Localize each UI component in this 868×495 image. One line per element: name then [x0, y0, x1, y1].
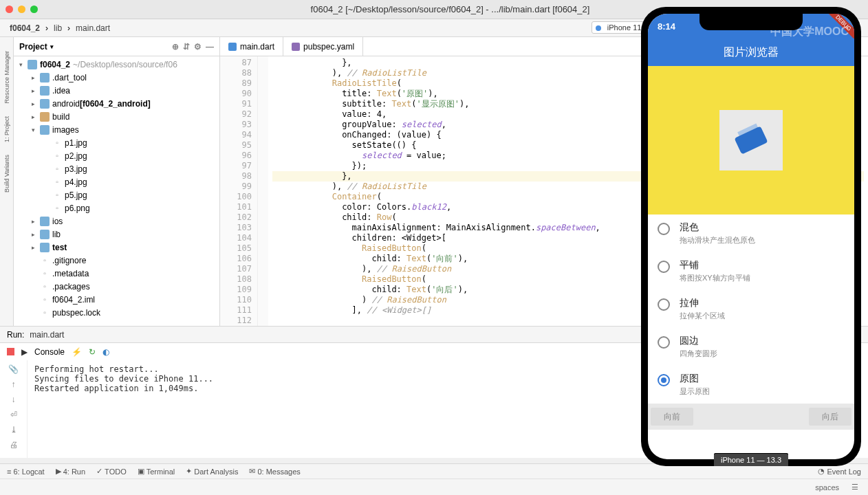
tree-item[interactable]: ▫.metadata — [14, 267, 219, 280]
editor-tab-main[interactable]: main.dart — [220, 37, 283, 56]
tree-item[interactable]: ▫p2.jpg — [14, 149, 219, 162]
close-icon[interactable] — [6, 6, 13, 13]
tree-item[interactable]: ▫.packages — [14, 280, 219, 293]
radio-icon[interactable] — [658, 298, 670, 311]
tab-messages[interactable]: ✉ 0: Messages — [249, 467, 300, 476]
tab-run[interactable]: ▶ 4: Run — [56, 467, 85, 476]
prev-button[interactable]: 向前 — [651, 408, 693, 426]
run-target[interactable]: main.dart — [30, 330, 64, 340]
tree-item[interactable]: ▸.dart_tool — [14, 71, 219, 84]
hide-icon[interactable]: — — [206, 42, 214, 52]
tab-logcat[interactable]: ≡ 6: Logcat — [7, 468, 45, 476]
tree-item[interactable]: ▫f0604_2.iml — [14, 293, 219, 306]
radio-list: 混色拖动滑块产生混色原色 平铺将图按XY轴方向平铺 拉伸拉伸某个区域 圆边四角变… — [648, 214, 854, 404]
gear-icon[interactable]: ⚙ — [194, 42, 202, 52]
project-panel: Project▾ ⊕ ⇵ ⚙ — ▾f0604_2~/Desktop/lesso… — [14, 37, 220, 326]
tree-item[interactable]: ▾images — [14, 123, 219, 136]
tree-root[interactable]: ▾f0604_2~/Desktop/lesson/source/f06 — [14, 58, 219, 71]
tree-item[interactable]: ▫p3.jpg — [14, 162, 219, 175]
phone-appbar: 图片浏览器 中国大学MOOC — [648, 38, 854, 66]
tree-item[interactable]: ▸ios — [14, 214, 219, 228]
tree-item[interactable]: ▫pubspec.lock — [14, 306, 219, 319]
run-label: Run: — [7, 330, 24, 340]
devtools-icon[interactable]: ◐ — [102, 347, 109, 357]
sidetab-project[interactable]: 1: Project — [3, 116, 10, 142]
simulator-label: iPhone 11 — 13.3 — [714, 454, 788, 466]
stop-button[interactable] — [7, 348, 14, 355]
tree-item[interactable]: ▸test — [14, 241, 219, 254]
collapse-icon[interactable]: ⇵ — [183, 42, 190, 52]
minimize-icon[interactable] — [18, 6, 25, 13]
hot-reload-icon[interactable]: ⚡ — [72, 347, 82, 357]
status-menu-icon[interactable]: ☰ — [851, 483, 858, 492]
next-button[interactable]: 向后 — [809, 408, 851, 426]
displayed-image — [719, 110, 783, 170]
tree-item[interactable]: ▫.gitignore — [14, 254, 219, 267]
tree-item[interactable]: ▫p4.jpg — [14, 175, 219, 188]
wrap-icon[interactable]: ⏎ — [10, 410, 17, 419]
breadcrumb-root[interactable]: f0604_2 — [7, 23, 43, 33]
radio-item[interactable]: 圆边四角变圆形 — [648, 328, 854, 366]
tree-item[interactable]: ▸build — [14, 110, 219, 123]
window-controls[interactable] — [6, 6, 38, 13]
down-icon[interactable]: ↓ — [12, 395, 16, 404]
print-icon[interactable]: 🖨 — [10, 440, 18, 450]
hot-restart-icon[interactable]: ↻ — [89, 347, 96, 357]
locate-icon[interactable]: ⊕ — [172, 42, 179, 52]
status-spaces[interactable]: spaces — [815, 483, 839, 492]
tree-item[interactable]: ▫p6.png — [14, 201, 219, 214]
console-tab[interactable]: Console — [34, 347, 65, 357]
tree-item[interactable]: ▫p1.jpg — [14, 136, 219, 149]
simulator-screen[interactable]: 8:14 图片浏览器 中国大学MOOC 混色拖动滑块产生混色原色 平铺将图按XY… — [648, 14, 854, 459]
tab-terminal[interactable]: ▣ Terminal — [138, 467, 175, 476]
tab-todo[interactable]: ✓ TODO — [96, 467, 127, 476]
zoom-icon[interactable] — [30, 6, 38, 13]
breadcrumb-folder[interactable]: lib — [51, 23, 65, 33]
breadcrumb-file[interactable]: main.dart — [73, 23, 113, 33]
rerun-button[interactable]: ▶ — [21, 347, 28, 357]
tab-dart-analysis[interactable]: ✦ Dart Analysis — [186, 467, 238, 476]
scroll-icon[interactable]: ⤓ — [10, 425, 17, 434]
status-bar: spaces ☰ — [0, 478, 868, 495]
sidetab-resource-manager[interactable]: Resource Manager — [3, 51, 10, 104]
image-viewer-area — [648, 66, 854, 214]
radio-item[interactable]: 原图显示原图 — [648, 366, 854, 404]
radio-icon[interactable] — [658, 374, 670, 386]
simulator-frame: 8:14 图片浏览器 中国大学MOOC 混色拖动滑块产生混色原色 平铺将图按XY… — [641, 7, 861, 466]
left-tool-strip: Resource Manager 1: Project Build Varian… — [0, 37, 14, 326]
project-tree[interactable]: ▾f0604_2~/Desktop/lesson/source/f06 ▸.da… — [14, 56, 219, 326]
tree-item[interactable]: ▸android [f0604_2_android] — [14, 97, 219, 110]
nav-button-row: 向前 向后 — [648, 404, 854, 430]
project-panel-header[interactable]: Project▾ ⊕ ⇵ ⚙ — — [14, 37, 219, 56]
radio-item[interactable]: 混色拖动滑块产生混色原色 — [648, 214, 854, 252]
radio-icon[interactable] — [658, 223, 670, 235]
radio-icon[interactable] — [658, 336, 670, 349]
tab-event-log[interactable]: ◔ Event Log — [818, 467, 861, 476]
radio-icon[interactable] — [658, 261, 670, 273]
line-gutter: 8788899091929394959697989910010110210310… — [220, 56, 258, 326]
editor-tab-pubspec[interactable]: pubspec.yaml — [283, 37, 363, 56]
console-side-actions: 📎 ↑ ↓ ⏎ ⤓ 🖨 — [0, 360, 28, 458]
phone-notch — [699, 14, 803, 30]
radio-item[interactable]: 拉伸拉伸某个区域 — [648, 290, 854, 328]
attach-icon[interactable]: 📎 — [8, 364, 19, 374]
sidetab-build-variants[interactable]: Build Variants — [3, 155, 10, 192]
tree-item[interactable]: ▸.idea — [14, 84, 219, 97]
up-icon[interactable]: ↑ — [12, 380, 16, 389]
radio-item[interactable]: 平铺将图按XY轴方向平铺 — [648, 252, 854, 290]
tree-item[interactable]: ▸lib — [14, 228, 219, 241]
tree-item[interactable]: ▫p5.jpg — [14, 188, 219, 201]
